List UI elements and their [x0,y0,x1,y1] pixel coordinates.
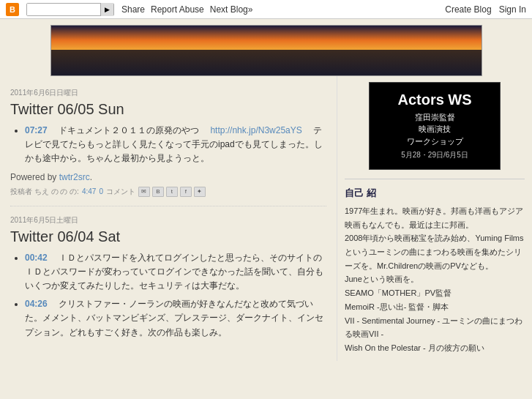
post-1-time[interactable]: 4:47 [82,187,96,195]
post-1-text-before-1: ドキュメント２０１１の原発のやつ [50,125,208,135]
share-more-icon[interactable]: ✦ [194,187,206,197]
sidebar-divider [345,179,525,179]
right-links: Create Blog Sign In [445,4,526,15]
share-facebook-icon[interactable]: f [180,187,192,197]
post-1-timestamp-1[interactable]: 07:27 [25,125,48,135]
ad-dates: 5月28・29日/6月5日 [401,150,468,160]
post-1-title: Twitter 06/05 Sun [10,101,326,118]
share-blog-icon[interactable]: B [152,187,164,197]
search-box[interactable]: ▶ [26,3,114,16]
ad-title: Actors WS [397,92,471,108]
post-1-comment-label: コメント [106,187,135,197]
share-email-icon[interactable]: ✉ [138,187,150,197]
search-button[interactable]: ▶ [100,3,113,16]
sidebar-section-title: 自己 紹 [345,187,525,200]
blogger-logo-icon: B [6,3,19,16]
post-1-powered-by: Powered by twtr2src. [10,172,326,182]
next-blog-link[interactable]: Next Blog» [210,4,253,15]
header-banner [50,25,482,76]
post-2-item-2: 04:26 クリストファー・ノーランの映画が好きなんだなと改めて気づいた。メメン… [25,297,326,340]
post-1-date: 2011年6月6日日曜日 [10,88,326,98]
post-1-comment-count[interactable]: 0 [99,187,103,195]
post-1-item-1: 07:27 ドキュメント２０１１の原発のやつ http://nhk.jp/N3w… [25,124,326,166]
post-divider-1 [10,206,326,206]
ad-line2: 映画演技 [407,123,463,135]
post-1-url-1[interactable]: http://nhk.jp/N3w25aYS [210,125,301,135]
post-1: 2011年6月6日日曜日 Twitter 06/05 Sun 07:27 ドキュ… [10,88,326,197]
posts-area: 2011年6月6日日曜日 Twitter 06/05 Sun 07:27 ドキュ… [0,76,337,361]
report-abuse-link[interactable]: Report Abuse [151,4,204,15]
create-blog-link[interactable]: Create Blog [445,4,491,15]
post-2-body: 00:42 ＩＤとパスワードを入れてログインしたと思ったら、そのサイトのＩＤとパ… [10,251,326,340]
share-twitter-icon[interactable]: t [166,187,178,197]
ad-line3: ワークショップ [407,135,463,148]
share-link[interactable]: Share [121,4,145,15]
search-input[interactable] [27,4,100,15]
post-1-footer: 投稿者 ちえ の の の: 4:47 0 コメント ✉ B t f ✦ [10,187,326,197]
topbar: B ▶ Share Report Abuse Next Blog» Create… [0,0,532,19]
post-2: 2011年6月5日土曜日 Twitter 06/04 Sat 00:42 ＩＤと… [10,215,326,340]
post-2-date: 2011年6月5日土曜日 [10,215,326,225]
post-2-text-2: クリストファー・ノーランの映画が好きなんだなと改めて気づいた。メメント、バットマ… [25,299,323,337]
post-2-title: Twitter 06/04 Sat [10,228,326,245]
post-2-timestamp-1[interactable]: 00:42 [25,253,48,263]
post-2-item-1: 00:42 ＩＤとパスワードを入れてログインしたと思ったら、そのサイトのＩＤとパ… [25,251,326,294]
sidebar: Actors WS 窪田崇監督 映画演技 ワークショップ 5月28・29日/6月… [337,76,532,361]
post-1-body: 07:27 ドキュメント２０１１の原発のやつ http://nhk.jp/N3w… [10,124,326,166]
sign-in-link[interactable]: Sign In [499,4,526,15]
sidebar-ad: Actors WS 窪田崇監督 映画演技 ワークショップ 5月28・29日/6月… [369,82,501,170]
ad-sub: 窪田崇監督 映画演技 ワークショップ [407,111,463,148]
post-2-timestamp-2[interactable]: 04:26 [25,299,48,309]
nav-links: Share Report Abuse Next Blog» [121,4,252,15]
post-2-text-1: ＩＤとパスワードを入れてログインしたと思ったら、そのサイトのＩＤとパスワードが変… [25,253,323,291]
sidebar-bio: 1977年生まれ。映画が好き。邦画も洋画もアジア映画もなんでも。最近は主に邦画。… [345,204,525,355]
post-1-footer-label: 投稿者 ちえ の の の: [10,187,79,197]
post-1-share-icons: ✉ B t f ✦ [138,187,206,197]
twtr2src-link[interactable]: twtr2src [59,172,90,182]
ad-line1: 窪田崇監督 [407,111,463,124]
main-layout: 2011年6月6日日曜日 Twitter 06/05 Sun 07:27 ドキュ… [0,76,532,361]
